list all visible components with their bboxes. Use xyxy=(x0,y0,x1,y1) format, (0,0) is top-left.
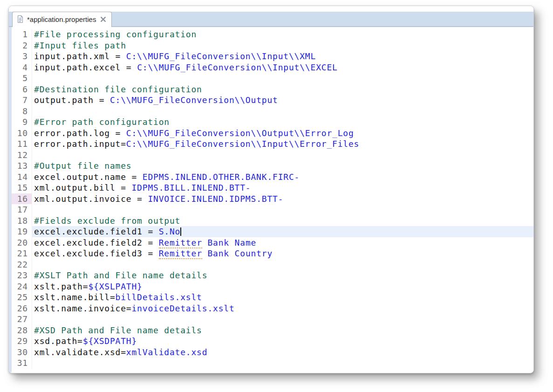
line-number: 4 xyxy=(12,62,32,73)
code-line[interactable]: 9#Error path configuration xyxy=(12,117,533,128)
window-top-strip xyxy=(9,6,533,12)
code-line[interactable]: 4input.path.excel = C:\\MUFG_FileConvers… xyxy=(12,62,533,73)
value-token: ${XSDPATH} xyxy=(83,336,137,346)
line-number: 9 xyxy=(12,117,32,128)
code-line[interactable]: 5 xyxy=(12,73,533,84)
code-text: input.path.xml = C:\\MUFG_FileConversion… xyxy=(32,51,533,62)
code-line[interactable]: 2#Input files path xyxy=(12,40,533,51)
key-token: input.path.excel xyxy=(34,62,121,72)
properties-file-icon xyxy=(17,15,24,23)
code-lines[interactable]: 1#File processing configuration2#Input f… xyxy=(12,27,533,372)
line-number: 6 xyxy=(12,84,32,95)
code-line[interactable]: 26xslt.name.invoice=invoiceDetails.xslt xyxy=(12,303,533,314)
code-line[interactable]: 19excel.exclude.field1 = S.No xyxy=(12,226,533,237)
code-line[interactable]: 6#Destination file configuration xyxy=(12,84,533,95)
code-line[interactable]: 25xslt.name.bill=billDetails.xslt xyxy=(12,292,533,303)
key-token: input.path.xml xyxy=(34,51,110,61)
value-token: Remitter xyxy=(159,238,202,248)
code-line[interactable]: 1#File processing configuration xyxy=(12,29,533,40)
code-line[interactable]: 27 xyxy=(12,314,533,325)
tab-close-icon[interactable] xyxy=(99,15,107,23)
key-token: = xyxy=(116,183,132,193)
code-line[interactable]: 13#Output file names xyxy=(12,160,533,172)
value-token: billDetails.xslt xyxy=(116,292,202,302)
line-number: 14 xyxy=(12,172,32,183)
key-token: error.path.input xyxy=(34,139,121,149)
line-number: 15 xyxy=(12,182,32,193)
key-token: = xyxy=(94,95,110,105)
line-number: 30 xyxy=(12,347,32,358)
line-number: 3 xyxy=(12,51,32,62)
code-line[interactable]: 16xml.output.invoice = INVOICE.INLEND.ID… xyxy=(12,193,533,205)
key-token: excel.exclude.field3 xyxy=(34,248,143,258)
key-token: xml.validate.xsd xyxy=(34,347,121,357)
code-line[interactable]: 12 xyxy=(12,150,533,161)
comment-token: #XSD Path and File name details xyxy=(34,325,202,335)
value-token: IDPMS.BILL.INLEND.BTT- xyxy=(131,183,251,193)
value-token: INVOICE.INLEND.IDPMS.BTT- xyxy=(148,194,283,204)
code-line[interactable]: 14excel.output.name = EDPMS.INLEND.OTHER… xyxy=(12,172,533,183)
code-text: xslt.path=${XSLPATH} xyxy=(32,281,533,292)
line-number: 12 xyxy=(12,150,32,161)
key-token: = xyxy=(121,347,126,357)
code-text: xml.output.invoice = INVOICE.INLEND.IDPM… xyxy=(32,193,533,205)
value-token: ${XSLPATH} xyxy=(88,282,142,291)
code-line[interactable]: 15xml.output.bill = IDPMS.BILL.INLEND.BT… xyxy=(12,182,533,193)
code-line[interactable]: 18#Fields exclude from output xyxy=(12,215,533,227)
line-number: 8 xyxy=(12,106,32,117)
code-text xyxy=(32,314,533,325)
code-line[interactable]: 11error.path.input=C:\\MUFG_FileConversi… xyxy=(12,138,533,150)
code-text: #File processing configuration xyxy=(32,29,533,40)
value-token: C:\\MUFG_FileConversion\\Input\\Error_Fi… xyxy=(126,139,359,149)
code-line[interactable]: 8 xyxy=(12,106,533,117)
line-number: 24 xyxy=(12,281,32,292)
key-token: = xyxy=(77,336,83,346)
code-line[interactable]: 24xslt.path=${XSLPATH} xyxy=(12,281,533,292)
code-line[interactable]: 21excel.exclude.field3 = Remitter Bank C… xyxy=(12,248,533,259)
value-token: C:\\MUFG_FileConversion\\Input\\XML xyxy=(126,51,316,61)
properties-editor[interactable]: 1#File processing configuration2#Input f… xyxy=(9,27,533,372)
code-line[interactable]: 28#XSD Path and File name details xyxy=(12,325,533,336)
line-number: 13 xyxy=(12,160,32,172)
line-number: 16 xyxy=(12,193,32,205)
code-text: error.path.input=C:\\MUFG_FileConversion… xyxy=(32,138,533,150)
line-number: 29 xyxy=(12,336,32,347)
code-text: #Output file names xyxy=(32,160,533,172)
code-text: excel.output.name = EDPMS.INLEND.OTHER.B… xyxy=(32,172,533,183)
code-line[interactable]: 20excel.exclude.field2 = Remitter Bank N… xyxy=(12,237,533,248)
code-line[interactable]: 10error.path.log = C:\\MUFG_FileConversi… xyxy=(12,128,533,139)
code-line[interactable]: 3input.path.xml = C:\\MUFG_FileConversio… xyxy=(12,51,533,62)
value-token: Bank Country xyxy=(202,248,273,258)
key-token: xslt.name.bill xyxy=(34,292,110,302)
code-line[interactable]: 17 xyxy=(12,204,533,215)
key-token: = xyxy=(131,194,148,204)
code-text: xsd.path=${XSDPATH} xyxy=(32,336,533,347)
code-line[interactable]: 30xml.validate.xsd=xmlValidate.xsd xyxy=(12,347,533,358)
key-token: error.path.log xyxy=(34,128,110,138)
key-token: = xyxy=(143,227,159,236)
code-line[interactable]: 29xsd.path=${XSDPATH} xyxy=(12,336,533,347)
line-number: 27 xyxy=(12,314,32,325)
code-line[interactable]: 7output.path = C:\\MUFG_FileConversion\\… xyxy=(12,95,533,106)
code-text: excel.exclude.field2 = Remitter Bank Nam… xyxy=(32,237,533,248)
line-number: 18 xyxy=(12,215,32,227)
key-token: = xyxy=(110,292,116,302)
line-number: 20 xyxy=(12,237,32,248)
code-line[interactable]: 31 xyxy=(12,358,533,369)
key-token: = xyxy=(110,128,126,138)
comment-token: #XSLT Path and File name details xyxy=(34,270,207,280)
key-token: output.path xyxy=(34,95,94,105)
editor-tab-application-properties[interactable]: *application.properties xyxy=(12,12,112,27)
value-token: xmlValidate.xsd xyxy=(126,347,208,357)
line-number: 25 xyxy=(12,292,32,303)
value-token: invoiceDetails.xslt xyxy=(131,303,234,313)
code-text: #Fields exclude from output xyxy=(32,215,533,227)
code-line[interactable]: 23#XSLT Path and File name details xyxy=(12,270,533,281)
value-token: C:\\MUFG_FileConversion\\Output\\Error_L… xyxy=(126,128,354,138)
code-text xyxy=(32,150,533,161)
key-token: = xyxy=(121,139,126,149)
line-number: 23 xyxy=(12,270,32,281)
value-token: Remitter xyxy=(159,248,202,259)
key-token: xslt.name.invoice xyxy=(34,303,126,313)
code-line[interactable]: 22 xyxy=(12,259,533,270)
